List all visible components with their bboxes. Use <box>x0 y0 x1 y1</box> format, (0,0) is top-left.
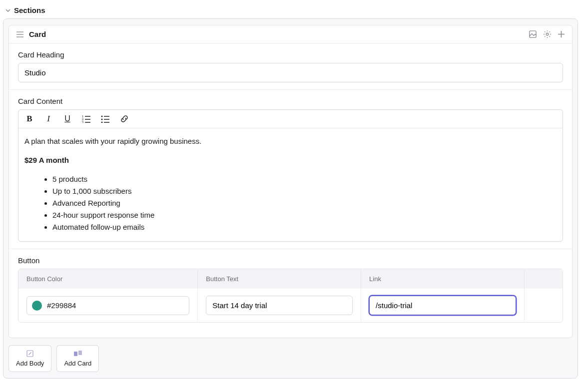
content-price: $29 A month <box>24 156 69 164</box>
rte-toolbar: B I U 123 <box>18 110 563 128</box>
footer-actions: Add Body Add Card <box>8 345 573 372</box>
features-list: 5 products Up to 1,000 subscribers Advan… <box>24 173 557 233</box>
plus-icon[interactable] <box>558 30 565 38</box>
chevron-down-icon <box>5 7 11 13</box>
add-body-label: Add Body <box>16 360 44 367</box>
sections-header[interactable]: Sections <box>3 5 578 18</box>
button-section-label: Button <box>18 256 563 265</box>
col-actions <box>525 269 563 289</box>
list-item: Automated follow-up emails <box>52 221 557 233</box>
svg-point-1 <box>546 33 549 35</box>
card-heading-group: Card Heading <box>9 43 572 90</box>
ordered-list-icon[interactable]: 123 <box>81 114 91 124</box>
italic-icon[interactable]: I <box>43 114 53 124</box>
drag-handle-icon[interactable] <box>16 31 24 38</box>
col-button-color: Button Color <box>18 269 198 289</box>
list-item: Up to 1,000 subscribers <box>52 185 557 197</box>
color-value: #299884 <box>47 301 76 310</box>
card-title: Card <box>29 30 46 38</box>
svg-point-6 <box>101 119 103 120</box>
svg-rect-10 <box>78 351 82 355</box>
svg-point-5 <box>101 116 103 117</box>
link-icon[interactable] <box>119 114 129 124</box>
page-title: Sections <box>14 6 45 14</box>
button-text-input[interactable] <box>206 296 353 315</box>
button-link-input[interactable] <box>369 296 516 315</box>
svg-text:3: 3 <box>82 121 84 123</box>
cards-icon <box>73 350 82 358</box>
col-link: Link <box>361 269 525 289</box>
unordered-list-icon[interactable] <box>100 114 110 124</box>
table-row: #299884 <box>18 289 563 322</box>
card-heading-input[interactable] <box>18 63 563 82</box>
col-button-text: Button Text <box>198 269 361 289</box>
svg-rect-9 <box>74 352 77 356</box>
button-table: Button Color Button Text Link #299884 <box>18 269 563 323</box>
bold-icon[interactable]: B <box>24 114 34 124</box>
button-color-input[interactable]: #299884 <box>26 296 189 315</box>
svg-point-7 <box>101 122 103 123</box>
rte-content[interactable]: A plan that scales with your rapidly gro… <box>18 128 563 241</box>
content-intro: A plan that scales with your rapidly gro… <box>24 135 557 147</box>
rich-text-editor: B I U 123 A plan that scales with your r… <box>18 109 563 242</box>
list-item: 5 products <box>52 173 557 185</box>
card-heading-label: Card Heading <box>18 50 563 59</box>
list-item: Advanced Reporting <box>52 197 557 209</box>
gear-icon[interactable] <box>543 30 552 38</box>
add-card-button[interactable]: Add Card <box>56 345 99 372</box>
edit-icon <box>26 350 34 358</box>
list-item: 24-hour support response time <box>52 209 557 221</box>
card-header: Card <box>9 25 572 43</box>
underline-icon[interactable]: U <box>62 114 72 124</box>
add-body-button[interactable]: Add Body <box>8 345 51 372</box>
button-group: Button Button Color Button Text Link #29… <box>9 249 572 338</box>
sections-panel: Card Card Heading Card Content <box>3 18 578 379</box>
image-icon[interactable] <box>529 30 537 38</box>
color-swatch <box>32 301 42 311</box>
card-content-group: Card Content B I U 123 <box>9 90 572 249</box>
card-content-label: Card Content <box>18 97 563 105</box>
card-block: Card Card Heading Card Content <box>8 25 573 338</box>
add-card-label: Add Card <box>64 360 91 367</box>
table-head: Button Color Button Text Link <box>18 269 563 289</box>
row-actions <box>525 289 563 322</box>
